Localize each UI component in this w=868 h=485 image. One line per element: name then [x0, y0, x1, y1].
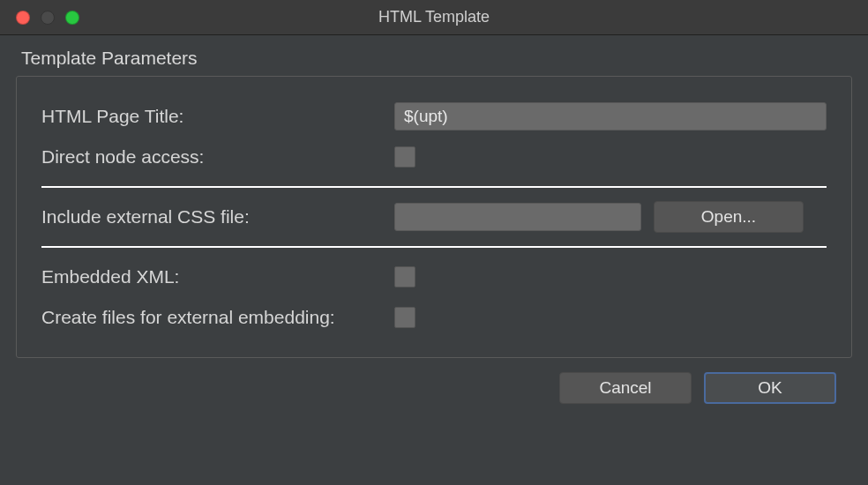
traffic-lights [0, 11, 79, 25]
minimize-window-icon [41, 11, 55, 25]
close-window-icon[interactable] [16, 11, 30, 25]
dialog-footer: Cancel OK [16, 358, 852, 404]
ok-button[interactable]: OK [704, 372, 836, 404]
create-files-checkbox[interactable] [394, 307, 415, 328]
open-button[interactable]: Open... [654, 201, 804, 233]
row-direct-node: Direct node access: [41, 137, 827, 177]
embedded-xml-label: Embedded XML: [41, 266, 394, 287]
page-title-label: HTML Page Title: [41, 106, 394, 127]
embedded-xml-checkbox[interactable] [394, 266, 415, 287]
row-external-css: Include external CSS file: Open... [41, 197, 827, 237]
row-embedded-xml: Embedded XML: [41, 257, 827, 297]
row-create-files: Create files for external embedding: [41, 297, 827, 338]
cancel-button[interactable]: Cancel [559, 372, 692, 404]
zoom-window-icon[interactable] [65, 11, 79, 25]
divider [41, 246, 827, 248]
section-label: Template Parameters [16, 48, 852, 69]
direct-node-checkbox[interactable] [394, 146, 415, 168]
divider [41, 186, 827, 188]
page-title-input[interactable] [394, 102, 827, 131]
dialog-body: Template Parameters HTML Page Title: Dir… [0, 35, 868, 420]
parameters-panel: HTML Page Title: Direct node access: Inc… [16, 76, 852, 358]
external-css-input[interactable] [394, 203, 641, 231]
window-title: HTML Template [0, 8, 868, 26]
create-files-label: Create files for external embedding: [41, 307, 394, 328]
direct-node-label: Direct node access: [41, 146, 394, 168]
external-css-label: Include external CSS file: [41, 206, 394, 228]
titlebar: HTML Template [0, 0, 868, 35]
row-page-title: HTML Page Title: [41, 96, 827, 137]
